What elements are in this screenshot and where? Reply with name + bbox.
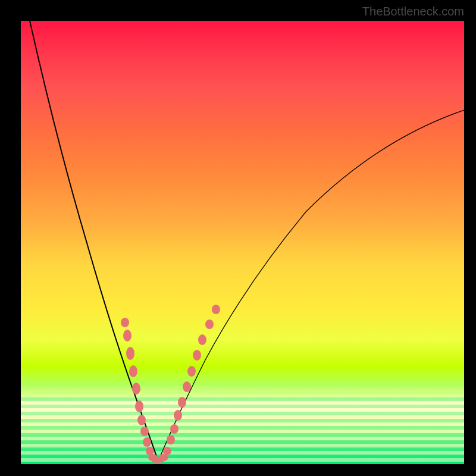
green-stripe-overlay xyxy=(21,397,464,464)
watermark-text: TheBottleneck.com xyxy=(362,5,464,18)
chart-container xyxy=(21,21,464,464)
